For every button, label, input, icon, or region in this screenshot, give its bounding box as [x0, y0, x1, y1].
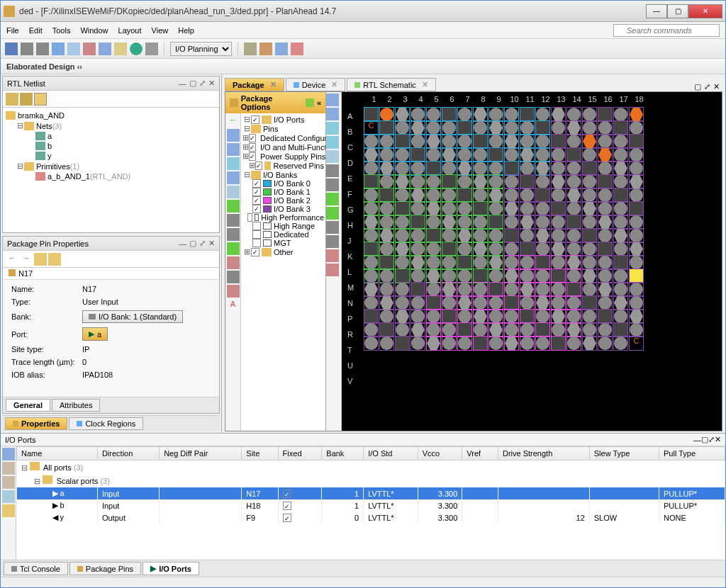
tree-bank1[interactable]: I/O Bank 1: [274, 188, 311, 196]
net-y[interactable]: y: [48, 152, 52, 160]
package-canvas[interactable]: 123456789101112131415161718 ABCDEFGHJKLM…: [342, 92, 722, 431]
maximize-button[interactable]: ▢: [667, 4, 688, 18]
clear-icon[interactable]: A: [227, 299, 240, 312]
close-icon[interactable]: ✕: [331, 80, 337, 89]
copy-icon[interactable]: [52, 43, 65, 55]
zoom-in-icon[interactable]: [227, 129, 240, 142]
restore-icon[interactable]: ▢: [694, 82, 701, 91]
misc-icon[interactable]: [326, 221, 339, 234]
forward-button[interactable]: →: [20, 253, 33, 266]
close-icon[interactable]: ✕: [270, 80, 277, 89]
tab-package[interactable]: Package✕: [225, 78, 284, 91]
zoom-in-icon[interactable]: [326, 94, 339, 106]
tree-hirange[interactable]: High Range: [274, 222, 315, 230]
zoom-out-icon[interactable]: [227, 143, 240, 156]
pkg-options-tree[interactable]: ⊟I/O Ports ⊟Pins ⊞Dedicated Configur ⊞I/…: [241, 113, 325, 431]
tree-bank3[interactable]: I/O Bank 3: [274, 205, 311, 213]
grid-icon[interactable]: [227, 228, 240, 241]
redo-icon[interactable]: [36, 43, 49, 55]
tree-pins[interactable]: Pins: [263, 125, 278, 133]
io-row-b[interactable]: ▶ b InputH18 ✓1 LVTTL*3.300 PULLUP*: [17, 499, 725, 511]
tab-properties[interactable]: Properties: [5, 417, 67, 430]
port-icon[interactable]: [2, 504, 15, 517]
maximize-icon[interactable]: ⤢: [199, 79, 206, 88]
menu-file[interactable]: File: [6, 26, 19, 35]
tree-bank2[interactable]: I/O Bank 2: [274, 196, 311, 205]
drc2-icon[interactable]: [326, 264, 339, 276]
tree-reserved[interactable]: Reserved Pins: [273, 162, 324, 170]
pin-icon[interactable]: [34, 253, 47, 266]
layers-icon[interactable]: [227, 242, 240, 255]
misc-icon[interactable]: [227, 271, 240, 283]
tree-other[interactable]: Other: [274, 248, 294, 256]
port-button[interactable]: ▶a: [82, 327, 108, 341]
drc-icon[interactable]: [326, 249, 339, 262]
check-icon[interactable]: [130, 43, 143, 55]
undo-icon[interactable]: [21, 43, 33, 55]
ruler-icon[interactable]: [326, 164, 339, 177]
tree-iobanks[interactable]: I/O Banks: [263, 171, 297, 179]
save-icon[interactable]: [5, 43, 18, 55]
paste-icon[interactable]: [67, 43, 80, 55]
grid-icon[interactable]: [326, 179, 339, 191]
restore-icon[interactable]: ▢: [701, 435, 708, 444]
io-table-header[interactable]: NameDirectionNeg Diff PairSiteFixedBankI…: [17, 447, 725, 460]
refresh-icon[interactable]: [306, 98, 314, 107]
drc-icon[interactable]: [291, 43, 303, 55]
tab-io-ports[interactable]: ▶I/O Ports: [143, 562, 199, 575]
ruler-icon[interactable]: [275, 43, 288, 55]
net-b[interactable]: b: [48, 142, 52, 150]
tab-device[interactable]: Device✕: [286, 78, 346, 91]
select-icon[interactable]: [227, 186, 240, 198]
maximize-icon[interactable]: ⤢: [708, 435, 715, 444]
prim-item[interactable]: a_b_AND_1: [48, 172, 90, 181]
collapse-icon[interactable]: [2, 476, 15, 489]
select-icon[interactable]: [2, 490, 15, 503]
close-button[interactable]: ✕: [688, 4, 722, 18]
io-row-a[interactable]: ▶ a InputN17 ✓1 LVTTL*3.300 PULLUP*: [17, 487, 725, 499]
zoom-sel-icon[interactable]: [326, 136, 339, 149]
ruler-icon[interactable]: [227, 214, 240, 227]
io-group-scalar[interactable]: ⊟ Scalar ports (3): [17, 474, 725, 487]
tree-iomulti[interactable]: I/O and Multi-Funct: [260, 143, 325, 152]
refresh-icon[interactable]: [326, 193, 339, 205]
close-icon[interactable]: ✕: [208, 239, 215, 248]
minimize-icon[interactable]: —: [693, 436, 701, 444]
package-grid[interactable]: CC: [364, 108, 643, 350]
props-icon[interactable]: [114, 43, 127, 55]
tree-power[interactable]: Power Supply Pins: [260, 152, 325, 161]
find-icon[interactable]: [99, 43, 111, 55]
select-icon[interactable]: [34, 93, 47, 106]
zoom-fit-icon[interactable]: [227, 157, 240, 170]
menu-tools[interactable]: Tools: [52, 26, 71, 35]
drc-icon[interactable]: [227, 256, 240, 269]
close-icon[interactable]: ✕: [422, 80, 428, 89]
io-group-all[interactable]: ⊟ All ports (3): [17, 460, 725, 475]
back-icon[interactable]: ←: [227, 115, 240, 128]
tree-hiperf[interactable]: High Performance: [261, 213, 324, 222]
net-a[interactable]: a: [48, 132, 52, 140]
tab-package-pins[interactable]: Package Pins: [69, 562, 141, 575]
delete-icon[interactable]: [83, 43, 96, 55]
collapse-icon[interactable]: «: [317, 98, 321, 107]
collapse-icon[interactable]: [20, 93, 33, 106]
minimize-icon[interactable]: —: [179, 79, 186, 88]
settings-icon[interactable]: [145, 43, 158, 55]
expand-icon[interactable]: [6, 93, 18, 106]
io-row-y[interactable]: ◀ y OutputF9 ✓0 LVTTL*3.300 12SLOWNONE: [17, 511, 725, 524]
tab-general[interactable]: General: [6, 399, 50, 412]
back-button[interactable]: ←: [6, 253, 18, 266]
bank-button[interactable]: I/O Bank: 1 (Standard): [82, 310, 183, 323]
tree-ioports[interactable]: I/O Ports: [274, 115, 304, 124]
search-icon[interactable]: [2, 448, 15, 460]
tab-rtl-schematic[interactable]: RTL Schematic✕: [347, 78, 436, 91]
zoom-out-icon[interactable]: [326, 108, 339, 120]
select-icon[interactable]: [326, 150, 339, 163]
menu-layout[interactable]: Layout: [118, 26, 142, 35]
link-icon[interactable]: [48, 253, 61, 266]
menu-view[interactable]: View: [152, 26, 169, 35]
misc2-icon[interactable]: [326, 235, 339, 248]
tree-mgt[interactable]: MGT: [274, 239, 291, 247]
close-icon[interactable]: ✕: [715, 435, 721, 444]
maximize-icon[interactable]: ⤢: [704, 82, 710, 91]
